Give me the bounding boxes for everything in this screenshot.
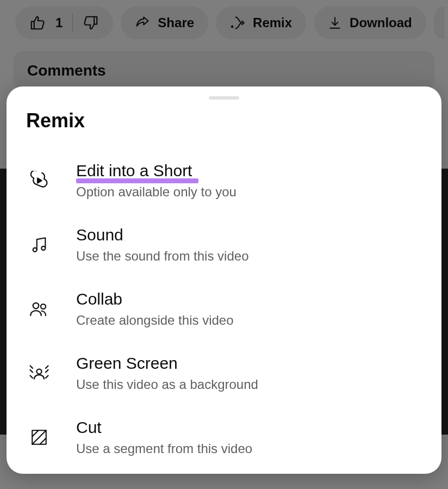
- menu-item-green-screen[interactable]: Green Screen Use this video as a backgro…: [28, 341, 420, 405]
- shorts-icon: [28, 170, 50, 191]
- menu-item-text: Collab Create alongside this video: [76, 290, 234, 328]
- svg-point-3: [41, 304, 46, 309]
- menu-item-subtitle: Use this video as a background: [76, 377, 258, 392]
- menu-item-title: Collab: [76, 290, 234, 308]
- menu-item-title: Edit into a Short: [76, 162, 237, 180]
- menu-item-subtitle: Create alongside this video: [76, 313, 234, 328]
- menu-item-text: Edit into a Short Option available only …: [76, 162, 237, 200]
- people-icon: [28, 298, 50, 320]
- menu-item-subtitle: Use a segment from this video: [76, 441, 252, 456]
- sheet-title: Remix: [26, 109, 422, 132]
- menu-item-edit-short[interactable]: Edit into a Short Option available only …: [28, 148, 420, 213]
- menu-item-title: Green Screen: [76, 354, 258, 373]
- menu-item-text: Green Screen Use this video as a backgro…: [76, 354, 258, 392]
- menu-item-cut[interactable]: Cut Use a segment from this video: [28, 405, 420, 469]
- menu-item-text: Cut Use a segment from this video: [76, 418, 252, 456]
- sheet-grabber[interactable]: [209, 96, 239, 100]
- remix-menu: Edit into a Short Option available only …: [22, 148, 426, 469]
- menu-item-sound[interactable]: Sound Use the sound from this video: [28, 213, 420, 277]
- svg-point-1: [41, 246, 45, 250]
- menu-item-subtitle: Option available only to you: [76, 184, 237, 200]
- menu-item-title: Sound: [76, 226, 249, 244]
- svg-point-0: [33, 248, 37, 252]
- menu-item-subtitle: Use the sound from this video: [76, 249, 249, 264]
- greenscreen-icon: [28, 362, 50, 384]
- svg-point-4: [37, 369, 42, 374]
- cut-icon: [28, 426, 50, 448]
- menu-item-text: Sound Use the sound from this video: [76, 226, 249, 264]
- app-root: 1 Share: [0, 0, 448, 489]
- menu-item-title: Cut: [76, 418, 252, 437]
- remix-bottom-sheet: Remix Edit into a Short Option available…: [7, 86, 441, 474]
- svg-point-2: [33, 303, 39, 309]
- menu-item-collab[interactable]: Collab Create alongside this video: [28, 277, 420, 341]
- music-icon: [28, 234, 50, 256]
